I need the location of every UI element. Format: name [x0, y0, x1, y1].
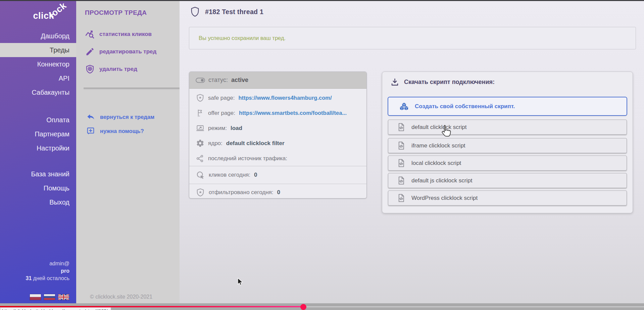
code-file-icon	[397, 123, 405, 132]
clicklock-logo[interactable]: clicklock	[33, 11, 54, 21]
sidebar-item-partners[interactable]: Партнерам	[0, 127, 76, 141]
script-button-label: default js clicklock script	[411, 177, 472, 184]
core-row: ядро: default clicklock filter	[189, 136, 366, 151]
gear-icon	[196, 139, 204, 148]
sidebar: clicklock Дашборд Треды Коннектор API Са…	[0, 0, 76, 303]
safe-page-row: safe page: https://www.flowers4hamburg.c…	[189, 90, 366, 105]
offer-page-row: offer page: https://www.smartbets.com/fo…	[189, 105, 366, 121]
back-to-threads-label: вернуться к тредам	[100, 114, 154, 120]
core-label: ядро:	[208, 140, 222, 147]
code-file-icon	[397, 193, 405, 203]
nav-spacer	[0, 99, 76, 113]
download-script-panel: Скачать скрипт подключения: Создать свой…	[382, 72, 633, 213]
shield-star-icon	[196, 188, 205, 197]
filtered-today-row: отфильтровано сегодня: 0	[189, 184, 366, 201]
thread-menu-panel: ПРОСМОТР ТРЕДА статистика кликов редакти…	[76, 0, 180, 303]
sidebar-item-logout[interactable]: Выход	[0, 195, 76, 209]
need-help-label: нужна помощь?	[100, 128, 144, 134]
sidebar-item-dashboard[interactable]: Дашборд	[0, 29, 76, 43]
clicks-today-label: кликов сегодня:	[209, 172, 250, 178]
thread-action-label: статистика кликов	[99, 31, 152, 38]
clicklock-dashboard: clicklock Дашборд Треды Коннектор API Са…	[0, 0, 644, 310]
cubes-icon	[398, 102, 410, 111]
thread-action-click-stats[interactable]: статистика кликов	[85, 28, 152, 41]
account-email: admin@	[26, 260, 69, 267]
uk-flag-icon[interactable]	[58, 294, 69, 300]
back-to-threads-link[interactable]: вернуться к тредам	[86, 111, 154, 123]
thread-action-edit[interactable]: редактировать тред	[85, 45, 156, 58]
download-panel-title: Скачать скрипт подключения:	[404, 79, 495, 86]
page-title: #182 Test thread 1	[191, 7, 263, 17]
sidebar-item-api[interactable]: API	[0, 71, 76, 85]
sidebar-item-threads[interactable]: Треды	[0, 43, 76, 57]
account-days-left: 31 дней осталось	[26, 275, 69, 282]
last-traffic-source-row: последний источник трафика:	[189, 151, 366, 166]
toggle-on-icon	[196, 77, 205, 83]
script-button-iframe[interactable]: iframe clicklock script	[388, 138, 627, 153]
script-button-label: local clicklock script	[411, 160, 461, 167]
sidebar-item-payment[interactable]: Оплата	[0, 113, 76, 127]
safe-page-label: safe page:	[208, 95, 235, 101]
thread-action-delete[interactable]: удалить тред	[85, 62, 137, 76]
account-info: admin@ pro 31 дней осталось	[26, 260, 69, 282]
sidebar-item-settings[interactable]: Настройки	[0, 141, 76, 155]
clicks-today-row: кликов сегодня: 0	[189, 166, 366, 184]
video-progress-remaining[interactable]	[304, 306, 644, 307]
mode-value: load	[231, 125, 242, 132]
thread-action-label: редактировать тред	[99, 48, 156, 55]
thread-action-label: удалить тред	[99, 66, 137, 73]
create-own-script-label: Создать свой собственный скрипт.	[415, 103, 515, 110]
script-button-default-js[interactable]: default js clicklock script	[388, 173, 627, 188]
flag-icon	[196, 109, 204, 118]
offer-page-link[interactable]: https://www.smartbets.com/football/tea..…	[239, 110, 347, 116]
nav-spacer	[0, 155, 76, 167]
thread-menu-title: ПРОСМОТР ТРЕДА	[85, 9, 147, 16]
last-traffic-source-label: последний источник трафика:	[208, 155, 287, 162]
status-label: статус:	[208, 77, 228, 84]
script-button-label: default clicklock script	[411, 124, 466, 131]
shield-star-icon	[196, 94, 204, 102]
download-icon	[390, 78, 399, 87]
create-own-script-button[interactable]: Создать свой собственный скрипт.	[388, 97, 627, 116]
stats-icon	[85, 29, 95, 39]
mode-row: режим: load	[189, 121, 366, 136]
sidebar-item-connector[interactable]: Коннектор	[0, 57, 76, 71]
click-icon	[196, 170, 205, 180]
mouse-arrow-cursor	[237, 278, 244, 286]
need-help-link[interactable]: нужна помощь?	[86, 125, 144, 137]
sidebar-item-knowledge-base[interactable]: База знаний	[0, 167, 76, 181]
status-card-header: статус: active	[189, 72, 366, 89]
share-icon	[196, 154, 204, 163]
back-reply-icon	[86, 112, 96, 122]
account-plan: pro	[26, 267, 69, 275]
sidebar-item-subaccounts[interactable]: Сабакаунты	[0, 85, 76, 99]
edit-pencil-icon	[85, 47, 95, 57]
page-title-text: #182 Test thread 1	[205, 8, 263, 16]
script-button-label: iframe clicklock script	[411, 142, 465, 149]
video-progress-handle[interactable]	[300, 304, 306, 310]
thread-status-card: статус: active safe page: https://www.fl…	[189, 72, 367, 198]
language-switcher	[30, 294, 69, 300]
filtered-today-value: 0	[277, 189, 280, 196]
safe-page-link[interactable]: https://www.flowers4hamburg.com/	[238, 95, 332, 101]
mode-label: режим:	[208, 125, 227, 132]
help-message-icon	[86, 126, 96, 136]
success-alert: Вы успешно сохранили ваш тред.	[189, 27, 636, 49]
code-file-icon	[397, 176, 405, 185]
script-button-wordpress[interactable]: WordPress clicklock script	[388, 190, 627, 206]
clicks-today-value: 0	[254, 172, 257, 178]
code-file-icon	[397, 159, 405, 168]
success-alert-text: Вы успешно сохранили ваш тред.	[199, 35, 286, 41]
script-button-label: WordPress clicklock script	[411, 195, 478, 202]
download-panel-header: Скачать скрипт подключения:	[390, 78, 495, 87]
sidebar-item-help[interactable]: Помощь	[0, 181, 76, 195]
menu-divider-shadow	[84, 88, 180, 90]
code-file-icon	[397, 141, 405, 150]
russia-flag-icon[interactable]	[44, 294, 55, 300]
script-button-local[interactable]: local clicklock script	[388, 156, 627, 171]
script-button-default[interactable]: default clicklock script	[388, 120, 627, 135]
shield-x-icon	[85, 64, 95, 74]
poland-flag-icon[interactable]	[30, 294, 41, 300]
core-value: default clicklock filter	[226, 140, 285, 147]
sidebar-nav: Дашборд Треды Коннектор API Сабакаунты О…	[0, 29, 76, 209]
